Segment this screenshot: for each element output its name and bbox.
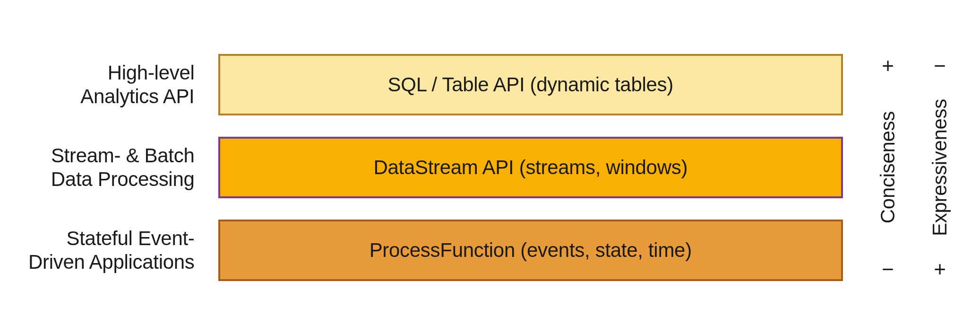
layer-label-2-line2: Driven Applications [28,250,195,274]
layer-label-0-line1: High-level [28,61,195,85]
expressiveness-label: Expressiveness [928,99,951,236]
layer-label-1-line1: Stream- & Batch [28,144,195,168]
api-box-datastream: DataStream API (streams, windows) [218,137,843,198]
left-labels-column: High-level Analytics API Stream- & Batch… [28,54,199,281]
layered-api-diagram: High-level Analytics API Stream- & Batch… [28,54,952,281]
right-annotations-column: + Conciseness − − Expressiveness + [862,54,952,281]
api-box-2-text: ProcessFunction (events, state, time) [370,239,692,262]
layer-label-0: High-level Analytics API [28,54,195,115]
layer-label-2: Stateful Event- Driven Applications [28,220,195,281]
layer-label-1: Stream- & Batch Data Processing [28,137,195,198]
api-box-1-text: DataStream API (streams, windows) [373,156,688,179]
api-boxes-column: SQL / Table API (dynamic tables) DataStr… [218,54,843,281]
layer-label-2-line1: Stateful Event- [28,227,195,250]
api-box-0-text: SQL / Table API (dynamic tables) [388,73,673,96]
conciseness-annotation: + Conciseness − [876,54,900,281]
expressiveness-top-sign: − [934,54,946,78]
layer-label-0-line2: Analytics API [28,85,195,108]
api-box-sql-table: SQL / Table API (dynamic tables) [218,54,843,115]
api-box-processfunction: ProcessFunction (events, state, time) [218,220,843,281]
conciseness-label: Conciseness [877,111,899,223]
conciseness-top-sign: + [882,54,894,78]
layer-label-1-line2: Data Processing [28,168,195,191]
expressiveness-bottom-sign: + [934,257,946,281]
conciseness-bottom-sign: − [882,257,894,281]
expressiveness-annotation: − Expressiveness + [928,54,952,281]
